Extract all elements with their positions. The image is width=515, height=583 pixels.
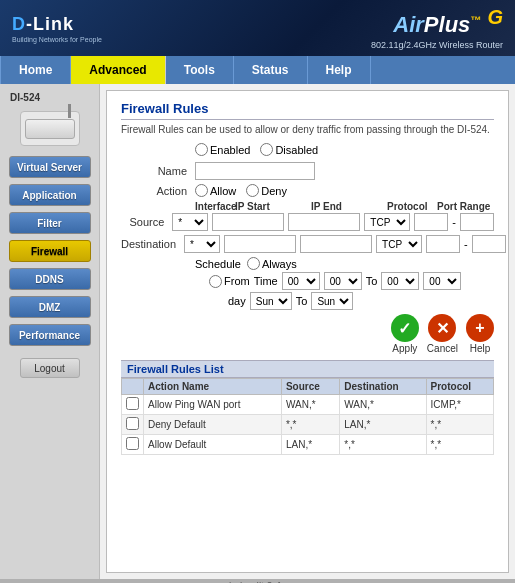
sidebar-item-application[interactable]: Application <box>9 184 91 206</box>
col-action-name: Action Name <box>144 379 282 395</box>
schedule-label: Schedule <box>195 258 241 270</box>
sidebar-item-ddns[interactable]: DDNS <box>9 268 91 290</box>
logout-button[interactable]: Logout <box>20 358 80 378</box>
allow-label[interactable]: Allow <box>195 184 236 197</box>
from-label[interactable]: From <box>209 275 250 288</box>
row-action: Allow Default <box>144 435 282 455</box>
day-from[interactable]: SunMonTueWedThuFriSat <box>250 292 292 310</box>
section-title: Firewall Rules <box>121 101 494 120</box>
disabled-radio[interactable] <box>260 143 273 156</box>
source-ip-start[interactable] <box>212 213 284 231</box>
footer: romania-inedit.3xforum.ro <box>0 579 515 583</box>
dest-ip-end[interactable] <box>300 235 372 253</box>
row-check[interactable] <box>122 435 144 455</box>
sidebar-item-firewall[interactable]: Firewall <box>9 240 91 262</box>
help-button[interactable]: + Help <box>466 314 494 354</box>
source-interface[interactable]: *WANLAN <box>172 213 208 231</box>
nav-help[interactable]: Help <box>308 56 371 84</box>
nav-advanced[interactable]: Advanced <box>71 56 165 84</box>
schedule-day-row: day SunMonTueWedThuFriSat To SunMonTueWe… <box>121 292 494 310</box>
nav-home[interactable]: Home <box>0 56 71 84</box>
row-dest: *,* <box>340 435 426 455</box>
to-label: To <box>366 275 378 287</box>
name-input[interactable] <box>195 162 315 180</box>
col-headers: Interface IP Start IP End Protocol Port … <box>121 201 494 212</box>
to2-label: To <box>296 295 308 307</box>
from-radio[interactable] <box>209 275 222 288</box>
time-from-min[interactable]: 00153045 <box>324 272 362 290</box>
dest-port-start[interactable] <box>426 235 460 253</box>
router-subtitle: 802.11g/2.4GHz Wireless Router <box>371 40 503 50</box>
device-image <box>20 111 80 146</box>
rules-list-title: Firewall Rules List <box>121 360 494 378</box>
schedule-from-row: From Time 0001061218 00153045 To 0001061… <box>121 272 494 290</box>
row-checkbox-0[interactable] <box>126 397 139 410</box>
deny-radio[interactable] <box>246 184 259 197</box>
allow-radio[interactable] <box>195 184 208 197</box>
apply-icon[interactable]: ✓ <box>391 314 419 342</box>
col-ip-start: IP Start <box>235 201 307 212</box>
day-to[interactable]: SunMonTueWedThuFriSat <box>311 292 353 310</box>
col-interface: Interface <box>195 201 231 212</box>
table-row: Allow Default LAN,* *,* *,* <box>122 435 494 455</box>
disabled-label[interactable]: Disabled <box>260 143 318 156</box>
dest-protocol[interactable]: TCPUDPICMPAny <box>376 235 422 253</box>
cancel-button[interactable]: ✕ Cancel <box>427 314 458 354</box>
row-checkbox-2[interactable] <box>126 437 139 450</box>
rules-table: Action Name Source Destination Protocol … <box>121 378 494 455</box>
row-check[interactable] <box>122 395 144 415</box>
col-ip-end: IP End <box>311 201 383 212</box>
dest-ip-start[interactable] <box>224 235 296 253</box>
source-row: Source *WANLAN TCPUDPICMPAny - <box>121 213 494 231</box>
brand-name: D-Link <box>12 14 102 35</box>
source-port-start[interactable] <box>414 213 448 231</box>
dest-port-end[interactable] <box>472 235 506 253</box>
destination-row: Destination *WANLAN TCPUDPICMPAny - <box>121 235 494 253</box>
airplus-logo: AirPlus™ G 802.11g/2.4GHz Wireless Route… <box>371 6 503 50</box>
apply-label: Apply <box>392 343 417 354</box>
help-label: Help <box>470 343 491 354</box>
content-area: Firewall Rules Firewall Rules can be use… <box>100 84 515 579</box>
row-source: *,* <box>281 415 339 435</box>
row-action: Allow Ping WAN port <box>144 395 282 415</box>
source-protocol[interactable]: TCPUDPICMPAny <box>364 213 410 231</box>
row-source: LAN,* <box>281 435 339 455</box>
row-protocol: ICMP,* <box>426 395 493 415</box>
source-label: Source <box>121 216 168 228</box>
row-dest: WAN,* <box>340 395 426 415</box>
sidebar-item-dmz[interactable]: DMZ <box>9 296 91 318</box>
content-inner: Firewall Rules Firewall Rules can be use… <box>106 90 509 573</box>
main-layout: DI-524 Virtual Server Application Filter… <box>0 84 515 579</box>
airplus-text: AirPlus™ G <box>371 6 503 38</box>
nav-status[interactable]: Status <box>234 56 308 84</box>
row-checkbox-1[interactable] <box>126 417 139 430</box>
deny-label[interactable]: Deny <box>246 184 287 197</box>
time-to-hour[interactable]: 0001061218 <box>381 272 419 290</box>
name-label: Name <box>121 165 191 177</box>
col-protocol-h: Protocol <box>426 379 493 395</box>
sidebar-item-performance[interactable]: Performance <box>9 324 91 346</box>
apply-button[interactable]: ✓ Apply <box>391 314 419 354</box>
time-from-hour[interactable]: 0001061218 <box>282 272 320 290</box>
enable-row: Enabled Disabled <box>121 143 494 156</box>
cancel-icon[interactable]: ✕ <box>428 314 456 342</box>
enabled-label[interactable]: Enabled <box>195 143 250 156</box>
always-radio[interactable] <box>247 257 260 270</box>
enabled-radio[interactable] <box>195 143 208 156</box>
source-port-end[interactable] <box>460 213 494 231</box>
cancel-label: Cancel <box>427 343 458 354</box>
table-row: Allow Ping WAN port WAN,* WAN,* ICMP,* <box>122 395 494 415</box>
nav-tools[interactable]: Tools <box>166 56 234 84</box>
action-buttons: ✓ Apply ✕ Cancel + Help <box>121 314 494 354</box>
source-ip-end[interactable] <box>288 213 360 231</box>
sidebar-item-filter[interactable]: Filter <box>9 212 91 234</box>
help-icon[interactable]: + <box>466 314 494 342</box>
row-check[interactable] <box>122 415 144 435</box>
dest-interface[interactable]: *WANLAN <box>184 235 220 253</box>
col-destination: Destination <box>340 379 426 395</box>
always-label[interactable]: Always <box>247 257 297 270</box>
time-to-min[interactable]: 00153045 <box>423 272 461 290</box>
sidebar-item-virtual-server[interactable]: Virtual Server <box>9 156 91 178</box>
col-source: Source <box>281 379 339 395</box>
destination-label: Destination <box>121 238 180 250</box>
